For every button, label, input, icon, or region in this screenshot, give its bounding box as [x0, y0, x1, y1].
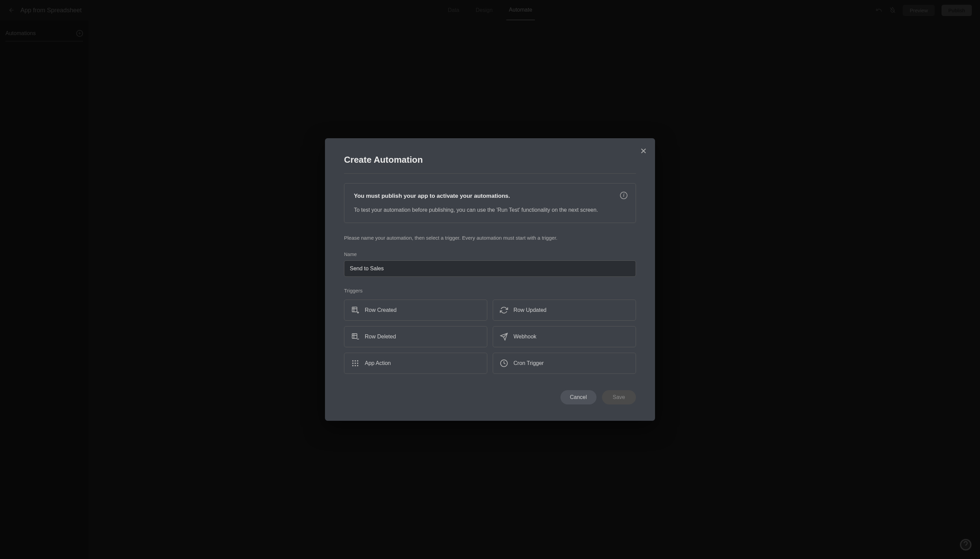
svg-point-9 — [352, 365, 353, 366]
trigger-row-updated[interactable]: Row Updated — [493, 299, 636, 321]
svg-rect-1 — [352, 307, 357, 312]
trigger-label: Row Updated — [513, 307, 546, 313]
svg-point-6 — [352, 362, 353, 364]
svg-point-10 — [355, 365, 356, 366]
svg-point-4 — [355, 360, 356, 362]
trigger-label: Row Created — [365, 307, 396, 313]
modal-overlay: ✕ Create Automation i You must publish y… — [0, 0, 980, 559]
save-button[interactable]: Save — [602, 390, 636, 404]
trigger-row-deleted[interactable]: Row Deleted — [344, 326, 487, 347]
cancel-button[interactable]: Cancel — [561, 390, 597, 404]
close-icon[interactable]: ✕ — [640, 146, 647, 156]
svg-point-11 — [357, 365, 358, 366]
clock-icon — [500, 359, 508, 367]
info-icon: i — [620, 192, 627, 199]
svg-point-7 — [355, 362, 356, 364]
trigger-label: Cron Trigger — [513, 360, 544, 366]
trigger-label: App Action — [365, 360, 391, 366]
grid-dots-icon — [351, 359, 359, 367]
trigger-label: Webhook — [513, 334, 536, 340]
publish-notice-box: i You must publish your app to activate … — [344, 183, 636, 223]
notice-body: To test your automation before publishin… — [354, 206, 626, 215]
trigger-app-action[interactable]: App Action — [344, 353, 487, 374]
table-plus-icon — [351, 306, 359, 314]
trigger-webhook[interactable]: Webhook — [493, 326, 636, 347]
automation-name-input[interactable] — [344, 260, 636, 277]
table-minus-icon — [351, 332, 359, 341]
triggers-section-label: Triggers — [344, 288, 636, 293]
trigger-row-created[interactable]: Row Created — [344, 299, 487, 321]
trigger-label: Row Deleted — [365, 334, 396, 340]
send-icon — [500, 332, 508, 341]
svg-point-5 — [357, 360, 358, 362]
refresh-icon — [500, 306, 508, 314]
notice-heading: You must publish your app to activate yo… — [354, 192, 626, 200]
svg-point-8 — [357, 362, 358, 364]
create-automation-modal: ✕ Create Automation i You must publish y… — [325, 138, 655, 421]
name-field-label: Name — [344, 251, 636, 257]
instruction-text: Please name your automation, then select… — [344, 234, 636, 242]
trigger-cron[interactable]: Cron Trigger — [493, 353, 636, 374]
svg-point-3 — [352, 360, 353, 362]
modal-title: Create Automation — [344, 155, 636, 174]
svg-rect-2 — [352, 334, 357, 338]
